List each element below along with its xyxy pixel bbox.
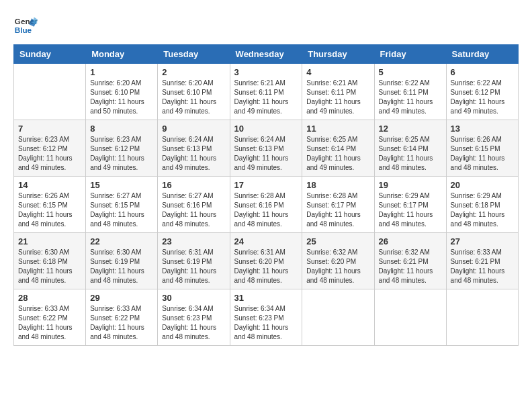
- day-number: 12: [379, 124, 442, 134]
- logo: General Blue: [13, 13, 38, 38]
- day-number: 23: [162, 236, 225, 246]
- calendar-cell: 12Sunrise: 6:25 AM Sunset: 6:14 PM Dayli…: [374, 120, 446, 177]
- day-info: Sunrise: 6:30 AM Sunset: 6:19 PM Dayligh…: [90, 248, 153, 285]
- day-number: 27: [451, 236, 514, 246]
- day-number: 14: [18, 180, 81, 190]
- calendar-cell: [14, 64, 86, 120]
- day-number: 25: [306, 236, 369, 246]
- day-info: Sunrise: 6:26 AM Sunset: 6:15 PM Dayligh…: [451, 135, 514, 173]
- svg-text:Blue: Blue: [15, 26, 32, 34]
- calendar-cell: 11Sunrise: 6:25 AM Sunset: 6:14 PM Dayli…: [302, 120, 374, 177]
- day-number: 9: [162, 124, 225, 134]
- day-number: 11: [306, 124, 369, 134]
- day-info: Sunrise: 6:23 AM Sunset: 6:12 PM Dayligh…: [18, 135, 81, 173]
- calendar-cell: 5Sunrise: 6:22 AM Sunset: 6:11 PM Daylig…: [374, 64, 446, 120]
- day-info: Sunrise: 6:26 AM Sunset: 6:15 PM Dayligh…: [18, 191, 81, 229]
- day-info: Sunrise: 6:25 AM Sunset: 6:14 PM Dayligh…: [306, 135, 369, 173]
- calendar-cell: 9Sunrise: 6:24 AM Sunset: 6:13 PM Daylig…: [158, 120, 230, 177]
- week-row-4: 21Sunrise: 6:30 AM Sunset: 6:18 PM Dayli…: [14, 233, 519, 289]
- calendar-cell: 14Sunrise: 6:26 AM Sunset: 6:15 PM Dayli…: [14, 177, 86, 233]
- calendar-cell: 4Sunrise: 6:21 AM Sunset: 6:11 PM Daylig…: [302, 64, 374, 120]
- day-info: Sunrise: 6:21 AM Sunset: 6:11 PM Dayligh…: [234, 79, 298, 116]
- calendar-cell: 7Sunrise: 6:23 AM Sunset: 6:12 PM Daylig…: [14, 120, 86, 177]
- day-number: 6: [451, 67, 514, 77]
- calendar-cell: 18Sunrise: 6:28 AM Sunset: 6:17 PM Dayli…: [302, 177, 374, 233]
- calendar-cell: 21Sunrise: 6:30 AM Sunset: 6:18 PM Dayli…: [14, 233, 86, 289]
- day-number: 24: [234, 236, 298, 246]
- weekday-friday: Friday: [374, 45, 446, 64]
- day-info: Sunrise: 6:28 AM Sunset: 6:17 PM Dayligh…: [306, 191, 369, 229]
- calendar-cell: 28Sunrise: 6:33 AM Sunset: 6:22 PM Dayli…: [14, 289, 86, 346]
- day-number: 26: [379, 236, 442, 246]
- day-number: 29: [90, 293, 153, 303]
- day-info: Sunrise: 6:33 AM Sunset: 6:22 PM Dayligh…: [18, 304, 81, 342]
- day-info: Sunrise: 6:34 AM Sunset: 6:23 PM Dayligh…: [162, 304, 225, 342]
- calendar-cell: [374, 289, 446, 346]
- day-number: 13: [451, 124, 514, 134]
- calendar-cell: 23Sunrise: 6:31 AM Sunset: 6:19 PM Dayli…: [158, 233, 230, 289]
- calendar-cell: 2Sunrise: 6:20 AM Sunset: 6:10 PM Daylig…: [158, 64, 230, 120]
- day-number: 21: [18, 236, 81, 246]
- calendar-cell: 29Sunrise: 6:33 AM Sunset: 6:22 PM Dayli…: [86, 289, 158, 346]
- day-number: 2: [162, 67, 225, 77]
- day-info: Sunrise: 6:32 AM Sunset: 6:20 PM Dayligh…: [306, 248, 369, 285]
- day-info: Sunrise: 6:24 AM Sunset: 6:13 PM Dayligh…: [234, 135, 298, 173]
- day-info: Sunrise: 6:25 AM Sunset: 6:14 PM Dayligh…: [379, 135, 442, 173]
- page-header: General Blue: [13, 13, 519, 38]
- day-number: 5: [379, 67, 442, 77]
- day-number: 19: [379, 180, 442, 190]
- day-number: 4: [306, 67, 369, 77]
- day-number: 30: [162, 293, 225, 303]
- weekday-thursday: Thursday: [302, 45, 374, 64]
- day-number: 3: [234, 67, 298, 77]
- calendar-cell: 10Sunrise: 6:24 AM Sunset: 6:13 PM Dayli…: [230, 120, 302, 177]
- calendar-cell: 19Sunrise: 6:29 AM Sunset: 6:17 PM Dayli…: [374, 177, 446, 233]
- week-row-3: 14Sunrise: 6:26 AM Sunset: 6:15 PM Dayli…: [14, 177, 519, 233]
- weekday-tuesday: Tuesday: [158, 45, 230, 64]
- day-number: 20: [451, 180, 514, 190]
- weekday-monday: Monday: [86, 45, 158, 64]
- weekday-wednesday: Wednesday: [230, 45, 302, 64]
- week-row-1: 1Sunrise: 6:20 AM Sunset: 6:10 PM Daylig…: [14, 64, 519, 120]
- calendar-cell: [446, 289, 518, 346]
- day-number: 28: [18, 293, 81, 303]
- calendar-table: SundayMondayTuesdayWednesdayThursdayFrid…: [13, 44, 519, 346]
- day-info: Sunrise: 6:24 AM Sunset: 6:13 PM Dayligh…: [162, 135, 225, 173]
- calendar-cell: 27Sunrise: 6:33 AM Sunset: 6:21 PM Dayli…: [446, 233, 518, 289]
- logo-icon: General Blue: [13, 13, 38, 38]
- day-number: 8: [90, 124, 153, 134]
- day-number: 15: [90, 180, 153, 190]
- calendar-cell: 15Sunrise: 6:27 AM Sunset: 6:15 PM Dayli…: [86, 177, 158, 233]
- day-number: 7: [18, 124, 81, 134]
- calendar-cell: 26Sunrise: 6:32 AM Sunset: 6:21 PM Dayli…: [374, 233, 446, 289]
- calendar-cell: 22Sunrise: 6:30 AM Sunset: 6:19 PM Dayli…: [86, 233, 158, 289]
- weekday-header-row: SundayMondayTuesdayWednesdayThursdayFrid…: [14, 45, 519, 64]
- calendar-cell: 3Sunrise: 6:21 AM Sunset: 6:11 PM Daylig…: [230, 64, 302, 120]
- day-info: Sunrise: 6:27 AM Sunset: 6:16 PM Dayligh…: [162, 191, 225, 229]
- weekday-saturday: Saturday: [446, 45, 518, 64]
- day-info: Sunrise: 6:31 AM Sunset: 6:20 PM Dayligh…: [234, 248, 298, 285]
- day-number: 1: [90, 67, 153, 77]
- day-info: Sunrise: 6:32 AM Sunset: 6:21 PM Dayligh…: [379, 248, 442, 285]
- week-row-2: 7Sunrise: 6:23 AM Sunset: 6:12 PM Daylig…: [14, 120, 519, 177]
- day-info: Sunrise: 6:29 AM Sunset: 6:17 PM Dayligh…: [379, 191, 442, 229]
- day-info: Sunrise: 6:34 AM Sunset: 6:23 PM Dayligh…: [234, 304, 298, 342]
- day-number: 10: [234, 124, 298, 134]
- calendar-cell: 24Sunrise: 6:31 AM Sunset: 6:20 PM Dayli…: [230, 233, 302, 289]
- day-number: 31: [234, 293, 298, 303]
- calendar-cell: 30Sunrise: 6:34 AM Sunset: 6:23 PM Dayli…: [158, 289, 230, 346]
- calendar-cell: 6Sunrise: 6:22 AM Sunset: 6:12 PM Daylig…: [446, 64, 518, 120]
- day-info: Sunrise: 6:21 AM Sunset: 6:11 PM Dayligh…: [306, 79, 369, 116]
- day-number: 22: [90, 236, 153, 246]
- calendar-cell: 17Sunrise: 6:28 AM Sunset: 6:16 PM Dayli…: [230, 177, 302, 233]
- day-info: Sunrise: 6:20 AM Sunset: 6:10 PM Dayligh…: [90, 79, 153, 116]
- calendar-cell: 8Sunrise: 6:23 AM Sunset: 6:12 PM Daylig…: [86, 120, 158, 177]
- calendar-cell: [302, 289, 374, 346]
- day-info: Sunrise: 6:29 AM Sunset: 6:18 PM Dayligh…: [451, 191, 514, 229]
- day-number: 16: [162, 180, 225, 190]
- day-info: Sunrise: 6:23 AM Sunset: 6:12 PM Dayligh…: [90, 135, 153, 173]
- calendar-cell: 16Sunrise: 6:27 AM Sunset: 6:16 PM Dayli…: [158, 177, 230, 233]
- day-info: Sunrise: 6:33 AM Sunset: 6:22 PM Dayligh…: [90, 304, 153, 342]
- calendar-cell: 20Sunrise: 6:29 AM Sunset: 6:18 PM Dayli…: [446, 177, 518, 233]
- day-info: Sunrise: 6:22 AM Sunset: 6:12 PM Dayligh…: [451, 79, 514, 116]
